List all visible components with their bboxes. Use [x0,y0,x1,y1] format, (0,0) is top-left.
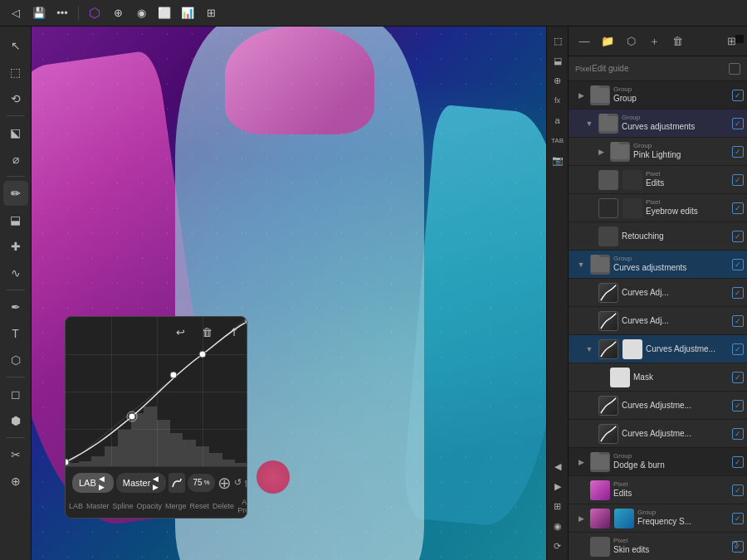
channel-master-btn[interactable]: Master ◀ ▶ [116,473,167,493]
right-tool-camera[interactable]: 📷 [549,151,567,169]
layer-expand-icon[interactable]: ▼ [583,118,595,129]
right-tool-circle[interactable]: ◉ [549,517,567,535]
curves-delete-btn[interactable]: 🗑 [195,320,218,343]
toolbar-save-icon[interactable]: 💾 [30,4,48,22]
layer-row-group[interactable]: ▶ Group Group ✓ [569,81,747,110]
layer-row-retouching[interactable]: Retouching ✓ [569,222,747,251]
layer-row-curves-1[interactable]: Curves Adj... ✓ [569,279,747,307]
tool-pen[interactable]: ✒ [3,295,28,319]
curves-undo-btn[interactable]: ↩ [168,320,192,343]
layer-row-edits[interactable]: Pixel Edits ✓ [569,166,747,194]
merge-btn[interactable]: ⊕ [217,473,232,493]
layer-row-eyebrow[interactable]: Pixel Eyebrow edits ✓ [569,194,747,222]
layer-expand-icon[interactable]: ▼ [575,259,587,270]
right-tool-tab[interactable]: TAB [549,131,567,149]
layer-row-pink-lighting[interactable]: ▶ Group Pink Lighting ✓ [569,138,747,166]
tool-lasso[interactable]: ⌀ [3,147,28,172]
toolbar-grid-icon[interactable]: ⊞ [202,4,220,22]
layer-visibility-check[interactable]: ✓ [732,231,744,242]
right-tool-layers[interactable]: ⬚ [549,32,567,50]
toolbar-chart-icon[interactable]: 📊 [178,4,197,22]
colorspace-lab-btn[interactable]: LAB ◀ ▶ [72,473,114,493]
edit-guide-checkbox[interactable] [729,63,740,75]
layers-tool-plus[interactable]: ＋ [643,31,665,52]
curves-link-btn[interactable]: ↗ [217,316,247,348]
tool-gradient[interactable]: ⬢ [3,408,28,433]
tool-cursor[interactable]: ↖ [3,33,28,58]
layer-row-curves-4[interactable]: Curves Adjustme... ✓ [569,392,747,420]
delete-layer-btn[interactable]: 🗑 [244,478,247,488]
layer-row-edits-2[interactable]: Pixel Edits ✓ [569,476,747,504]
layer-expand-icon[interactable]: ▼ [583,343,595,355]
layer-visibility-check[interactable]: ✓ [732,343,744,355]
layer-visibility-check[interactable]: ✓ [732,513,744,524]
layer-visibility-check[interactable]: ✓ [732,118,744,129]
tool-clone[interactable]: ⬓ [3,207,28,232]
layer-row-curves-adj-group[interactable]: ▼ Group Curves adjustments ✓ [569,110,747,138]
layer-expand-icon[interactable]: ▶ [595,146,607,158]
toolbar-round-icon[interactable]: ⊕ [109,4,127,22]
layer-visibility-check[interactable]: ✓ [732,202,744,214]
toolbar-back-icon[interactable]: ◁ [7,4,25,22]
tool-shape[interactable]: ⬡ [3,348,28,373]
layer-info: Group Frequency S... [637,509,732,527]
right-tool-color[interactable]: a [549,111,567,129]
layers-tool-delete[interactable]: 🗑 [666,31,688,52]
tool-heal[interactable]: ✚ [3,234,28,259]
layer-visibility-check[interactable]: ✓ [732,146,744,158]
layer-visibility-check[interactable]: ✓ [732,90,744,101]
layers-tool-add[interactable]: ⬡ [620,31,642,52]
tool-zoom[interactable]: ⊕ [3,469,28,494]
tool-selection[interactable]: ⬕ [3,120,28,145]
reset-btn[interactable]: ↺ [234,477,242,488]
layer-expand-icon[interactable]: ▶ [575,456,587,468]
toolbar-circle-icon[interactable]: ◉ [132,4,150,22]
layer-row-curves-main[interactable]: ▼ Curves Adjustme... ✓ [569,335,747,363]
layer-row-dodge[interactable]: ▶ Group Dodge & burn ✓ [569,448,747,476]
layer-visibility-check[interactable]: ✓ [732,400,744,411]
layer-row-frequency[interactable]: ▶ Group Frequency S... ✓ [569,504,747,533]
toolbar-affinity-icon[interactable]: ⬡ [85,4,104,22]
layer-row-skin[interactable]: Pixel Skin edits ✓ [569,533,747,560]
layer-row-curves-adj-main[interactable]: ▼ Group Curves adjustments ✓ [569,251,747,279]
tool-scissors[interactable]: ✂ [3,442,28,467]
layer-visibility-check[interactable]: ✓ [732,259,744,270]
right-tool-forward[interactable]: ▶ [549,477,567,495]
right-tool-adjustments[interactable]: ⬓ [549,51,567,70]
curves-graph[interactable]: ↩ 🗑 ↗ [66,317,247,466]
tool-crop[interactable]: ⬚ [3,60,28,85]
help-button[interactable]: ? [727,537,744,553]
layer-visibility-check[interactable]: ✓ [732,315,744,327]
tool-flood[interactable]: ◻ [3,382,28,407]
layer-expand-icon[interactable]: ▶ [575,90,587,101]
layer-visibility-check[interactable]: ✓ [732,485,744,496]
layer-row-curves-5[interactable]: Curves Adjustme... ✓ [569,420,747,448]
spline-btn[interactable] [168,473,185,493]
layer-name: Pink Lighting [633,149,732,160]
layer-visibility-check[interactable]: ✓ [732,287,744,299]
tool-text[interactable]: T [3,321,28,346]
layers-tool-minus[interactable]: — [574,31,595,52]
layer-visibility-check[interactable]: ✓ [732,428,744,440]
right-tool-filters[interactable]: ⊕ [549,71,567,90]
layers-tool-folder[interactable]: 📁 [597,31,618,52]
layer-row-mask[interactable]: Mask ✓ [569,363,747,392]
layer-thumb [598,424,618,444]
toolbar-layers-icon[interactable]: ⬜ [155,4,173,22]
layer-info: Curves Adjustme... [622,428,732,439]
layer-visibility-check[interactable]: ✓ [732,456,744,468]
right-tool-grid[interactable]: ⊞ [549,497,567,515]
tool-dodge[interactable]: ∿ [3,261,28,285]
right-tool-back[interactable]: ◀ [549,457,567,475]
layer-row-curves-2[interactable]: Curves Adj... ✓ [569,307,747,335]
tool-transform[interactable]: ⟲ [3,86,28,111]
toolbar-more-icon[interactable]: ••• [53,4,71,22]
layer-visibility-check[interactable]: ✓ [732,174,744,186]
opacity-btn[interactable]: 75 % [188,474,214,492]
right-tool-fx[interactable]: fx [549,91,567,110]
layer-visibility-check[interactable]: ✓ [732,372,744,383]
layer-name: Eyebrow edits [646,206,732,217]
right-tool-refresh[interactable]: ⟳ [549,537,567,555]
tool-brush[interactable]: ✏ [3,181,28,206]
layer-expand-icon[interactable]: ▶ [575,513,587,524]
